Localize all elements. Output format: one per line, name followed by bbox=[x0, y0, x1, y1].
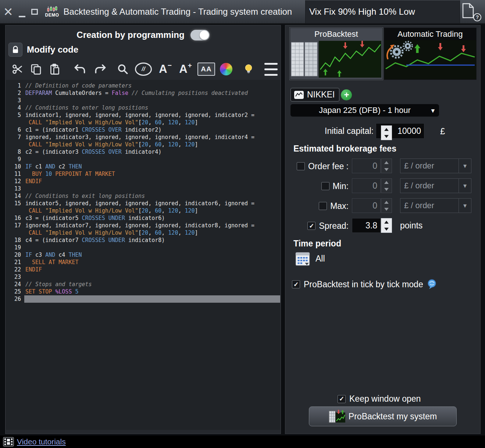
code-line[interactable]: 17ignored, indicator7, ignored, ignored,… bbox=[6, 222, 280, 229]
colors-button[interactable] bbox=[218, 60, 234, 78]
code-line[interactable]: CALL "Implied Vol w High/Low Vol"[20, 60… bbox=[6, 119, 280, 126]
lock-button[interactable] bbox=[8, 43, 22, 57]
order-fee-unit-select[interactable]: £ / order▾ bbox=[400, 159, 471, 173]
maximize-icon[interactable] bbox=[31, 9, 38, 15]
max-spinner[interactable] bbox=[381, 198, 392, 213]
comment-button[interactable]: // bbox=[133, 60, 153, 78]
code-line[interactable]: CALL "Implied Vol w High/Low Vol"[20, 60… bbox=[6, 141, 280, 148]
tab-probacktest-label: ProBacktest bbox=[290, 28, 382, 40]
code-line[interactable]: 14// Conditions to exit long positions bbox=[6, 192, 280, 200]
close-icon[interactable]: × bbox=[4, 1, 13, 22]
chart-icon bbox=[294, 90, 304, 99]
fee-row-order-fee: Order fee : 0 £ / order▾ bbox=[285, 156, 480, 176]
code-line[interactable]: 11 BUY 10 PERPOINT AT MARKET bbox=[6, 170, 280, 178]
spinner-down-icon[interactable] bbox=[381, 186, 392, 193]
code-text: IF c1 AND c2 THEN bbox=[24, 163, 280, 170]
creation-toggle[interactable] bbox=[190, 30, 210, 40]
code-line[interactable]: 9 bbox=[6, 156, 280, 163]
redo-button[interactable] bbox=[91, 60, 110, 78]
spinner-up-icon[interactable] bbox=[381, 218, 392, 225]
line-number bbox=[6, 141, 24, 148]
help-icon[interactable]: ? bbox=[473, 13, 481, 21]
copy-button[interactable] bbox=[28, 60, 44, 78]
code-line[interactable]: 18c4 = (indicator7 CROSSES UNDER indicat… bbox=[6, 237, 280, 244]
search-button[interactable] bbox=[114, 60, 132, 78]
spinner-down-icon[interactable] bbox=[381, 133, 392, 140]
cut-button[interactable] bbox=[9, 60, 26, 78]
calendar-icon[interactable] bbox=[295, 250, 310, 267]
code-line[interactable]: 8c2 = (indicator3 CROSSES OVER indicator… bbox=[6, 148, 280, 156]
demo-badge: DEMO bbox=[45, 6, 59, 18]
undo-button[interactable] bbox=[70, 60, 89, 78]
code-line[interactable]: 20IF c3 AND c4 THEN bbox=[6, 251, 280, 259]
menu-button[interactable] bbox=[261, 60, 281, 78]
code-line[interactable]: CALL "Implied Vol w High/Low Vol"[20, 60… bbox=[6, 229, 280, 237]
chevron-down-icon[interactable]: ▾ bbox=[459, 199, 471, 213]
order-fee-spinner[interactable] bbox=[381, 159, 392, 173]
chevron-down-icon[interactable]: ▾ bbox=[459, 179, 471, 193]
code-text bbox=[24, 185, 280, 192]
code-line[interactable]: 22ENDIF bbox=[6, 266, 280, 273]
spread-spinner[interactable] bbox=[381, 218, 392, 233]
min-spinner[interactable] bbox=[381, 178, 392, 193]
run-backtest-button[interactable]: ProBacktest my system bbox=[309, 406, 457, 426]
keep-window-open-checkbox[interactable]: ✓ bbox=[338, 395, 346, 403]
min-unit-select[interactable]: £ / order▾ bbox=[400, 178, 471, 193]
spinner-down-icon[interactable] bbox=[381, 206, 392, 213]
help-button[interactable]: ? bbox=[461, 3, 482, 21]
tick-mode-checkbox[interactable]: ✓ bbox=[292, 280, 300, 288]
max-checkbox[interactable] bbox=[319, 202, 327, 210]
code-line[interactable]: 23 bbox=[6, 273, 280, 281]
code-line[interactable]: 21 SELL AT MARKET bbox=[6, 259, 280, 266]
code-line[interactable]: 12ENDIF bbox=[6, 178, 280, 185]
paste-button[interactable] bbox=[47, 60, 63, 78]
code-line[interactable]: 3 bbox=[6, 97, 280, 104]
add-instrument-button[interactable]: + bbox=[341, 89, 352, 100]
font-case-button[interactable]: AA bbox=[197, 60, 216, 78]
hint-button[interactable] bbox=[240, 60, 257, 78]
max-unit-select[interactable]: £ / order▾ bbox=[400, 198, 471, 213]
spinner-up-icon[interactable] bbox=[381, 179, 392, 186]
font-increase-icon: A bbox=[179, 63, 187, 76]
code-line[interactable]: 19 bbox=[6, 244, 280, 251]
code-line[interactable]: 13 bbox=[6, 185, 280, 192]
font-decrease-button[interactable]: A− bbox=[156, 60, 175, 78]
spread-input[interactable]: 3.8 bbox=[352, 218, 381, 233]
tab-probacktest[interactable]: ProBacktest bbox=[290, 28, 383, 80]
order-fee-checkbox[interactable] bbox=[297, 162, 305, 170]
code-line[interactable]: 1// Definition of code parameters bbox=[6, 82, 280, 89]
code-line[interactable]: CALL "Implied Vol w High/Low Vol"[20, 60… bbox=[6, 207, 280, 214]
minimize-icon[interactable] bbox=[19, 16, 25, 17]
order-fee-input[interactable]: 0 bbox=[352, 159, 381, 173]
code-line[interactable]: 7ignored, indicator3, ignored, ignored, … bbox=[6, 134, 280, 141]
code-line[interactable]: 6c1 = (indicator1 CROSSES OVER indicator… bbox=[6, 126, 280, 134]
tab-automatic-trading[interactable]: Automatic Trading bbox=[384, 28, 477, 80]
code-line[interactable]: 25SET STOP %LOSS 5 bbox=[6, 288, 280, 295]
code-text: SELL AT MARKET bbox=[24, 259, 280, 266]
video-tutorials-link[interactable]: Video tutorials bbox=[17, 437, 66, 446]
min-input[interactable]: 0 bbox=[352, 178, 381, 193]
instrument-button[interactable]: NIKKEI bbox=[290, 88, 339, 102]
code-editor[interactable]: 1// Definition of code parameters2DEFPAR… bbox=[6, 80, 280, 430]
code-line[interactable]: 26 bbox=[6, 295, 280, 303]
code-line[interactable]: 4// Conditions to enter long positions bbox=[6, 104, 280, 111]
font-increase-button[interactable]: A+ bbox=[175, 60, 195, 78]
spread-checkbox[interactable]: ✓ bbox=[307, 222, 315, 230]
code-line[interactable]: 2DEFPARAM CumulateOrders = False // Cumu… bbox=[6, 89, 280, 97]
initial-capital-spinner[interactable] bbox=[381, 125, 392, 140]
backtest-panel: ProBacktest Automatic Trading bbox=[285, 25, 481, 434]
chevron-down-icon[interactable]: ▾ bbox=[459, 159, 471, 173]
spinner-down-icon[interactable] bbox=[381, 225, 392, 232]
code-line[interactable]: 15indicator5, ignored, ignored, ignored,… bbox=[6, 200, 280, 207]
spinner-up-icon[interactable] bbox=[381, 159, 392, 166]
spinner-up-icon[interactable] bbox=[381, 126, 392, 133]
max-input[interactable]: 0 bbox=[352, 198, 381, 213]
code-line[interactable]: 16c3 = (indicator5 CROSSES UNDER indicat… bbox=[6, 214, 280, 222]
code-line[interactable]: 24// Stops and targets bbox=[6, 281, 280, 288]
code-line[interactable]: 5indicator1, ignored, ignored, ignored, … bbox=[6, 111, 280, 119]
code-line[interactable]: 10IF c1 AND c2 THEN bbox=[6, 163, 280, 170]
min-checkbox[interactable] bbox=[321, 182, 329, 190]
spinner-down-icon[interactable] bbox=[381, 166, 392, 173]
spinner-up-icon[interactable] bbox=[381, 199, 392, 206]
market-select[interactable]: Japan 225 (DFB) - 1 hour ▾ bbox=[290, 104, 439, 117]
